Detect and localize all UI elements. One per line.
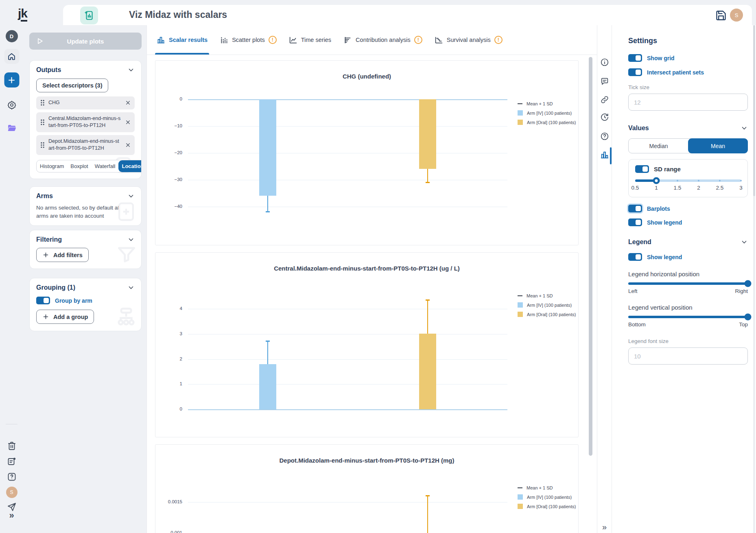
- legend-font-size-label: Legend font size: [628, 338, 748, 344]
- legend-font-size-input[interactable]: [628, 347, 748, 365]
- chevron-down-icon[interactable]: [127, 236, 135, 243]
- help-square-icon[interactable]: [7, 472, 17, 482]
- tab-scalar-results[interactable]: Scalar results: [157, 25, 208, 55]
- plot-type-histogram[interactable]: Histogram: [37, 160, 67, 172]
- settings-scrollbar[interactable]: [753, 25, 755, 533]
- tab-label: Contribution analysis: [356, 37, 411, 43]
- help-icon[interactable]: [600, 132, 609, 141]
- values-show-legend-toggle[interactable]: [628, 218, 642, 226]
- home-icon: [7, 52, 16, 61]
- changelog-icon[interactable]: [7, 457, 17, 466]
- legend-item[interactable]: Arm [IV] (100 patients): [518, 110, 576, 116]
- legend-item[interactable]: Arm [Oral] (100 patients): [518, 312, 576, 317]
- legend-item[interactable]: Arm [IV] (100 patients): [518, 494, 576, 500]
- tab-label: Time series: [301, 37, 331, 43]
- left-rail: D S »: [0, 25, 23, 533]
- values-option-mean[interactable]: Mean: [688, 138, 748, 153]
- y-tick-label: 0.0015: [155, 499, 182, 504]
- plot-type-segmented-control: HistogramBoxplotWaterfallLocation: [36, 160, 142, 173]
- remove-descriptor-icon[interactable]: [125, 142, 131, 148]
- main-scrollbar-thumb[interactable]: [589, 57, 592, 456]
- chevron-down-icon[interactable]: [741, 238, 748, 246]
- link-icon[interactable]: [600, 95, 609, 104]
- legend-horizontal-knob[interactable]: [745, 280, 752, 287]
- intersect-patient-sets-toggle[interactable]: [628, 68, 642, 76]
- sd-range-slider[interactable]: [635, 179, 741, 182]
- arms-empty-text: No arms selected, so by default all arms…: [36, 204, 124, 220]
- chart-card-0: CHG (undefined)0−10−20−30−40Mean + 1 SDA…: [155, 60, 579, 245]
- legend-vertical-slider[interactable]: [628, 316, 748, 318]
- expand-rail-chevrons[interactable]: »: [9, 510, 14, 521]
- legend-item[interactable]: Mean + 1 SD: [518, 485, 576, 490]
- tick-size-input[interactable]: [628, 94, 748, 111]
- legend-label: Mean + 1 SD: [527, 293, 553, 298]
- chart-settings-icon[interactable]: [600, 151, 609, 159]
- trash-icon[interactable]: [7, 441, 17, 451]
- plus-icon: [42, 251, 49, 258]
- legend-item[interactable]: Arm [Oral] (100 patients): [518, 120, 576, 125]
- legend-item[interactable]: Arm [IV] (100 patients): [518, 302, 576, 308]
- user-avatar[interactable]: S: [730, 9, 743, 22]
- chart-card-1: Central.Midazolam-end-minus-start-from-P…: [155, 252, 579, 437]
- select-descriptors-button[interactable]: Select descriptors (3): [36, 79, 108, 92]
- add-filters-button[interactable]: Add filters: [36, 248, 89, 262]
- drag-handle-icon[interactable]: [40, 142, 45, 149]
- remove-descriptor-icon[interactable]: [125, 119, 131, 125]
- legend-section-title: Legend: [628, 238, 651, 246]
- barplots-label: Barplots: [647, 205, 670, 212]
- collapse-settings-chevrons[interactable]: »: [602, 522, 607, 532]
- values-option-median[interactable]: Median: [629, 139, 688, 153]
- legend-horizontal-slider[interactable]: [628, 282, 748, 285]
- settings-gear-icon[interactable]: [7, 100, 17, 110]
- descriptor-chip[interactable]: CHG: [36, 96, 135, 109]
- legend-item[interactable]: Mean + 1 SD: [518, 293, 576, 298]
- warning-icon: !: [269, 36, 277, 44]
- remove-descriptor-icon[interactable]: [125, 100, 131, 106]
- legend-vertical-knob[interactable]: [745, 314, 752, 321]
- legend-label: Mean + 1 SD: [527, 485, 553, 490]
- workspace-avatar[interactable]: D: [6, 30, 18, 42]
- info-icon[interactable]: [600, 58, 609, 67]
- barplots-toggle[interactable]: [628, 205, 642, 212]
- legend-swatch: [518, 504, 523, 509]
- descriptor-chip[interactable]: Central.Midazolam-end-minus-start-from-P…: [36, 112, 135, 132]
- error-whisker: [427, 169, 428, 182]
- chevron-down-icon[interactable]: [127, 66, 135, 74]
- tab-contribution-analysis[interactable]: Contribution analysis!: [343, 25, 422, 55]
- tab-survival-analysis[interactable]: Survival analysis!: [435, 25, 503, 55]
- home-button[interactable]: [4, 49, 19, 64]
- profile-avatar[interactable]: S: [6, 487, 17, 498]
- legend-item[interactable]: Mean + 1 SD: [518, 101, 576, 106]
- chart-plot: 0−10−20−30−40Mean + 1 SDArm [IV] (100 pa…: [155, 61, 578, 245]
- legend-label: Mean + 1 SD: [527, 101, 553, 106]
- tab-time-series[interactable]: Time series: [289, 25, 331, 55]
- sd-tick-label: 2: [697, 185, 700, 191]
- plot-type-waterfall[interactable]: Waterfall: [92, 160, 119, 172]
- sd-range-toggle[interactable]: [635, 165, 649, 173]
- show-grid-toggle[interactable]: [628, 54, 642, 62]
- plot-type-location[interactable]: Location: [118, 160, 142, 172]
- projects-folder-icon[interactable]: [7, 123, 17, 133]
- create-new-button[interactable]: [4, 72, 19, 87]
- descriptor-chip[interactable]: Depot.Midazolam-end-minus-start-from-PT0…: [36, 135, 135, 155]
- tab-scatter-plots[interactable]: Scatter plots!: [220, 25, 277, 55]
- bar-iv: [259, 364, 276, 409]
- chevron-down-icon[interactable]: [741, 125, 748, 132]
- drag-handle-icon[interactable]: [40, 119, 45, 126]
- history-icon[interactable]: [600, 113, 609, 122]
- update-plots-button[interactable]: Update plots: [29, 33, 142, 50]
- settings-title: Settings: [628, 37, 748, 45]
- add-group-button[interactable]: Add a group: [36, 310, 94, 324]
- chevron-down-icon[interactable]: [127, 192, 135, 200]
- logo-k: k: [21, 7, 27, 22]
- plot-type-boxplot[interactable]: Boxplot: [67, 160, 91, 172]
- comments-icon[interactable]: [600, 77, 609, 86]
- drag-handle-icon[interactable]: [40, 99, 45, 106]
- save-icon[interactable]: [715, 10, 727, 21]
- legend-item[interactable]: Arm [Oral] (100 patients): [518, 504, 576, 509]
- chevron-down-icon[interactable]: [127, 284, 135, 291]
- sd-range-slider-knob[interactable]: [653, 177, 660, 184]
- legend-show-legend-toggle[interactable]: [628, 253, 642, 261]
- app-logo[interactable]: jk: [18, 7, 27, 20]
- group-by-arm-toggle[interactable]: [36, 297, 50, 304]
